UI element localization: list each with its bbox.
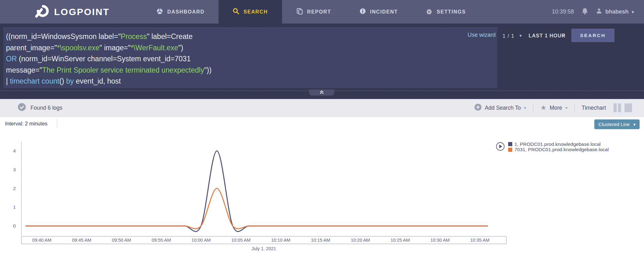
legend-item-series2[interactable]: 7031, PRODC01.prod.knowledgebase.local [508, 147, 609, 153]
svg-text:10:20 AM: 10:20 AM [351, 238, 370, 243]
svg-text:09:50 AM: 09:50 AM [112, 238, 131, 243]
more-caret-icon: ▾ [565, 105, 568, 110]
full-view-icon[interactable] [625, 103, 632, 112]
query-pagination: 1 / 1 [502, 33, 514, 39]
add-search-caret-icon: ▾ [524, 105, 526, 110]
timechart-label: Timechart [582, 105, 606, 111]
user-caret-icon: ▾ [632, 10, 634, 14]
svg-text:10:30 AM: 10:30 AM [430, 238, 450, 243]
svg-text:10:25 AM: 10:25 AM [391, 238, 410, 243]
divider [57, 119, 57, 128]
logpoint-logo-icon [33, 4, 49, 20]
chart-type-caret-icon: ▾ [633, 122, 636, 127]
results-status: Found 6 logs [18, 103, 62, 113]
play-button[interactable] [496, 142, 505, 152]
more-label: More [550, 105, 562, 111]
chart-type-label: Clustered Line [598, 122, 630, 127]
chart-legend: 1, PRODC01.prod.knowledgebase.local 7031… [508, 141, 609, 152]
svg-text:09:55 AM: 09:55 AM [152, 238, 171, 243]
nav-items: DASHBOARD SEARCH REPORT [142, 0, 480, 24]
nav-label-settings: SETTINGS [437, 9, 466, 15]
more-button[interactable]: ★ More ▾ [540, 104, 568, 111]
divider [575, 103, 575, 113]
interval-label: Interval: 2 minutes [5, 121, 47, 127]
check-circle-icon [18, 103, 26, 113]
nav-item-settings[interactable]: ⚙ SETTINGS [412, 0, 480, 24]
use-wizard-link[interactable]: Use wizard [468, 32, 496, 38]
results-bar: Found 6 logs Add Search To ▾ ★ More ▾ Ti… [0, 99, 644, 117]
time-range-caret-icon[interactable]: ▾ [563, 33, 565, 38]
nav-item-dashboard[interactable]: DASHBOARD [142, 0, 219, 24]
nav-label-incident: INCIDENT [370, 9, 398, 15]
notifications-bell-icon[interactable] [581, 8, 588, 16]
svg-text:10:05 AM: 10:05 AM [231, 238, 251, 243]
view-switcher: Timechart [582, 103, 632, 112]
svg-text:4: 4 [13, 148, 16, 153]
nav-label-search: SEARCH [243, 9, 268, 15]
brand-name: LOGPOINT [54, 7, 110, 17]
search-button[interactable]: SEARCH [571, 29, 614, 42]
nav-right: 10:39:58 bhabesh ▾ [552, 0, 644, 24]
report-icon [296, 8, 303, 16]
svg-text:09:45 AM: 09:45 AM [72, 238, 91, 243]
svg-text:10:00 AM: 10:00 AM [192, 238, 211, 243]
pagination-caret-icon[interactable]: ▾ [519, 33, 522, 38]
incident-icon [359, 8, 366, 16]
user-icon [596, 8, 602, 16]
nav-label-dashboard: DASHBOARD [167, 9, 204, 15]
chart-type-dropdown[interactable]: Clustered Line ▾ [594, 119, 640, 129]
dashboard-icon [156, 8, 163, 16]
divider [533, 103, 533, 113]
svg-text:10:35 AM: 10:35 AM [470, 238, 489, 243]
search-icon [233, 8, 239, 16]
legend-item-series1[interactable]: 1, PRODC01.prod.knowledgebase.local [508, 141, 609, 147]
svg-text:10:10 AM: 10:10 AM [271, 238, 290, 243]
svg-text:0: 0 [13, 223, 16, 228]
star-icon: ★ [540, 104, 547, 111]
series2-swatch [508, 148, 512, 152]
clock: 10:39:58 [552, 8, 574, 15]
nav-item-report[interactable]: REPORT [282, 0, 345, 24]
query-panel: ((norm_id=WindowsSysmon label="Process" … [0, 24, 644, 99]
svg-text:09:40 AM: 09:40 AM [32, 238, 51, 243]
svg-text:10:15 AM: 10:15 AM [311, 238, 330, 243]
double-chevron-up-icon [319, 90, 325, 96]
brand[interactable]: LOGPOINT [0, 0, 142, 24]
nav-item-incident[interactable]: INCIDENT [345, 0, 412, 24]
top-nav: LOGPOINT DASHBOARD SEARCH [0, 0, 644, 24]
series2-label: 7031, PRODC01.prod.knowledgebase.local [514, 147, 609, 152]
plus-circle-icon [474, 103, 482, 113]
layout-toggles [613, 103, 632, 112]
collapse-panel-button[interactable] [309, 90, 334, 96]
series1-label: 1, PRODC01.prod.knowledgebase.local [514, 141, 601, 147]
nav-item-search[interactable]: SEARCH [219, 0, 282, 24]
chart-section: Interval: 2 minutes Clustered Line ▾ 012… [0, 117, 644, 253]
found-logs-text: Found 6 logs [31, 105, 62, 111]
user-menu[interactable]: bhabesh ▾ [596, 8, 634, 16]
query-input[interactable]: ((norm_id=WindowsSysmon label="Process" … [3, 28, 497, 88]
svg-text:2: 2 [13, 186, 16, 191]
nav-label-report: REPORT [307, 9, 331, 15]
split-columns-icon[interactable] [613, 103, 621, 112]
series1-swatch [508, 142, 512, 146]
username: bhabesh [605, 8, 629, 15]
time-range-selector[interactable]: LAST 1 HOUR [529, 33, 566, 39]
settings-icon: ⚙ [426, 8, 432, 15]
add-search-to-button[interactable]: Add Search To ▾ [474, 103, 526, 113]
add-search-to-label: Add Search To [485, 105, 521, 111]
axis-date-label: July 1, 2021 [21, 246, 506, 251]
svg-text:1: 1 [13, 204, 16, 210]
svg-text:3: 3 [13, 167, 16, 172]
results-actions: Add Search To ▾ ★ More ▾ Timechart [474, 103, 632, 113]
